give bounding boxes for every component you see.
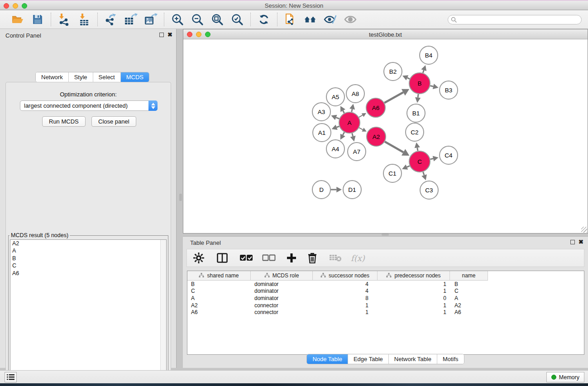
- close-panel-icon[interactable]: ✖: [167, 33, 172, 37]
- mcds-result-list[interactable]: A2ABCA6: [10, 239, 167, 384]
- graph-node-C1[interactable]: C1: [383, 164, 402, 182]
- clone-network-icon[interactable]: [284, 13, 297, 26]
- table-cell[interactable]: 1: [313, 302, 378, 309]
- node-table[interactable]: shared nameMCDS rolesuccessor nodesprede…: [187, 271, 584, 355]
- table-cell[interactable]: A2: [450, 302, 488, 309]
- table-row[interactable]: A6connector11A6: [187, 309, 584, 316]
- table-row[interactable]: Adominator80A: [187, 295, 584, 302]
- graph-node-D1[interactable]: D1: [343, 181, 361, 199]
- zoom-selected-icon[interactable]: [230, 13, 244, 26]
- graph-node-A6[interactable]: A6: [366, 98, 385, 117]
- network-canvas[interactable]: AA1A2A3A4A5A6A7A8BB1B2B3B4CC1C2C3C4DD1: [183, 40, 588, 233]
- zoom-in-icon[interactable]: [171, 13, 184, 26]
- table-cell[interactable]: C: [187, 288, 251, 294]
- table-cell[interactable]: 1: [313, 309, 378, 315]
- settings-gear-icon[interactable]: [193, 252, 204, 264]
- edge-A-A6[interactable]: [359, 115, 363, 117]
- table-cell[interactable]: 8: [313, 295, 378, 301]
- column-header-MCDS-role[interactable]: MCDS role: [251, 271, 313, 281]
- table-row[interactable]: Bdominator41B: [187, 281, 584, 288]
- table-cell[interactable]: A6: [187, 309, 251, 315]
- mcds-result-item[interactable]: A2: [10, 240, 166, 248]
- mcds-result-item[interactable]: A: [10, 248, 166, 255]
- graph-node-A5[interactable]: A5: [326, 88, 344, 106]
- list-scrollbar[interactable]: [160, 240, 166, 383]
- edge-B-B4[interactable]: [423, 70, 424, 73]
- zoom-out-icon[interactable]: [191, 13, 204, 26]
- table-cell[interactable]: C: [450, 288, 488, 294]
- network-window-titlebar[interactable]: testGlobe.txt: [183, 29, 588, 39]
- mcds-result-item[interactable]: C: [10, 262, 166, 270]
- export-network-icon[interactable]: [104, 13, 118, 26]
- table-cell[interactable]: 4: [313, 288, 378, 294]
- graph-node-A1[interactable]: A1: [313, 124, 331, 142]
- table-cell[interactable]: 1: [378, 302, 450, 309]
- graph-node-A2[interactable]: A2: [367, 127, 386, 146]
- edge-B-B2[interactable]: [407, 78, 410, 79]
- table-cell[interactable]: dominator: [251, 295, 313, 301]
- table-cell[interactable]: A2: [187, 302, 251, 309]
- delete-columns-icon[interactable]: [307, 252, 317, 264]
- graph-node-C4[interactable]: C4: [440, 146, 458, 164]
- table-cell[interactable]: A6: [450, 309, 488, 315]
- table-row[interactable]: A2connector11A2: [187, 302, 584, 309]
- table-cell[interactable]: dominator: [251, 281, 313, 287]
- graph-node-C3[interactable]: C3: [420, 181, 438, 199]
- table-cell[interactable]: 4: [313, 281, 378, 287]
- table-cell[interactable]: connector: [251, 309, 313, 315]
- table-cell[interactable]: 1: [378, 309, 450, 315]
- graph-node-D[interactable]: D: [312, 181, 330, 199]
- zoom-fit-icon[interactable]: [210, 13, 224, 26]
- column-header-shared-name[interactable]: shared name: [187, 271, 251, 281]
- edge-A6-B[interactable]: [384, 92, 403, 103]
- close-panel-icon[interactable]: ✖: [578, 240, 583, 244]
- mcds-result-item[interactable]: A6: [10, 270, 166, 277]
- float-panel-icon[interactable]: [159, 33, 164, 37]
- memory-button[interactable]: Memory: [546, 372, 584, 382]
- hide-details-icon[interactable]: [324, 13, 337, 26]
- edge-A-A2[interactable]: [359, 128, 363, 129]
- edge-C-C2[interactable]: [417, 148, 418, 151]
- graph-node-C[interactable]: C: [409, 151, 430, 172]
- tab-motifs[interactable]: Motifs: [437, 354, 464, 364]
- table-cell[interactable]: 0: [378, 295, 450, 301]
- table-cell[interactable]: dominator: [251, 288, 313, 294]
- refresh-icon[interactable]: [257, 13, 271, 26]
- search-input[interactable]: [448, 15, 582, 24]
- export-table-icon[interactable]: [124, 13, 138, 26]
- edge-C-C4[interactable]: [430, 158, 433, 159]
- task-history-button[interactable]: [5, 372, 17, 382]
- tab-style[interactable]: Style: [69, 72, 93, 82]
- graph-node-B[interactable]: B: [409, 73, 430, 94]
- first-neighbors-icon[interactable]: [304, 13, 317, 26]
- tab-node-table[interactable]: Node Table: [307, 354, 348, 364]
- float-panel-icon[interactable]: [570, 240, 575, 244]
- resize-grip[interactable]: [581, 227, 587, 233]
- tab-edge-table[interactable]: Edge Table: [348, 354, 389, 364]
- edge-A-A4[interactable]: [343, 132, 344, 135]
- edge-A-A1[interactable]: [337, 126, 339, 127]
- tab-network-table[interactable]: Network Table: [389, 354, 437, 364]
- export-image-icon[interactable]: [144, 13, 158, 26]
- vertical-splitter-handle[interactable]: [179, 194, 182, 201]
- column-header-successor-nodes[interactable]: successor nodes: [313, 271, 378, 281]
- edge-A2-C[interactable]: [385, 142, 403, 152]
- graph-node-C2[interactable]: C2: [406, 123, 424, 141]
- edge-A-A7[interactable]: [352, 133, 353, 136]
- column-header-name[interactable]: name: [450, 271, 488, 281]
- unselect-all-columns-icon[interactable]: [262, 252, 276, 264]
- mcds-result-item[interactable]: B: [10, 255, 166, 262]
- close-panel-button[interactable]: Close panel: [91, 116, 136, 127]
- edge-B-B3[interactable]: [430, 86, 433, 86]
- edge-A-A5[interactable]: [343, 110, 344, 113]
- graph-node-A4[interactable]: A4: [326, 140, 344, 158]
- save-session-icon[interactable]: [31, 13, 44, 26]
- graph-node-B4[interactable]: B4: [420, 46, 438, 64]
- show-column-panel-icon[interactable]: [217, 252, 228, 264]
- graph-node-A3[interactable]: A3: [312, 103, 330, 121]
- table-cell[interactable]: B: [187, 281, 251, 287]
- tab-mcds[interactable]: MCDS: [121, 72, 149, 82]
- graph-node-B1[interactable]: B1: [407, 104, 425, 122]
- horizontal-splitter-handle[interactable]: [382, 234, 389, 236]
- table-cell[interactable]: 1: [378, 281, 450, 287]
